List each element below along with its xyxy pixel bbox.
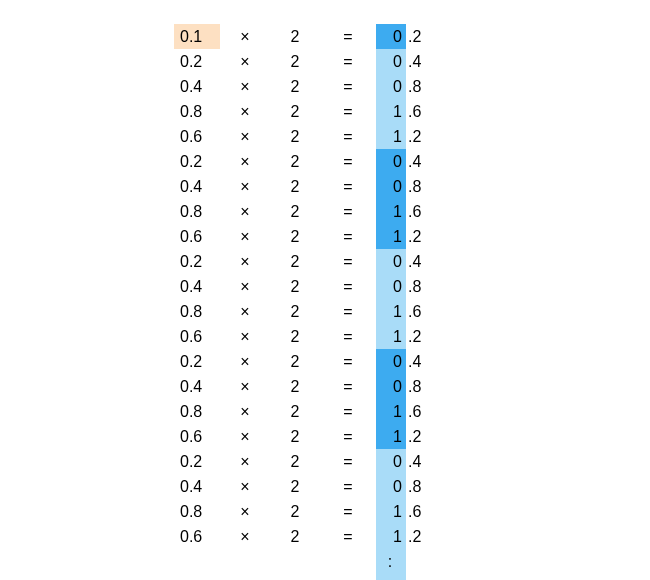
integer-bit-cell: 0	[376, 49, 406, 74]
integer-bit-cell: 1	[376, 524, 406, 549]
times-symbol: ×	[220, 374, 270, 399]
times-symbol: ×	[220, 424, 270, 449]
fraction-cell: .2	[406, 524, 446, 549]
times-symbol: ×	[220, 199, 270, 224]
fraction-cell: .4	[406, 249, 446, 274]
integer-bit-cell: 1	[376, 499, 406, 524]
table-row: 0.6×2=1.2	[174, 224, 446, 249]
equals-symbol: =	[320, 199, 376, 224]
integer-bit-cell: 0	[376, 349, 406, 374]
integer-bit-cell: 1	[376, 399, 406, 424]
times-symbol: ×	[220, 474, 270, 499]
table-row: 0.8×2=1.6	[174, 299, 446, 324]
operand-cell: 0.2	[174, 349, 220, 374]
equals-symbol: =	[320, 149, 376, 174]
multiplier-cell: 2	[270, 524, 320, 549]
equals-symbol: =	[320, 124, 376, 149]
operand-cell: 0.2	[174, 149, 220, 174]
fraction-cell: .2	[406, 324, 446, 349]
operand-cell: 0.2	[174, 49, 220, 74]
fraction-cell: .8	[406, 474, 446, 499]
equals-symbol: =	[320, 249, 376, 274]
operand-cell: 0.4	[174, 474, 220, 499]
multiplier-cell: 2	[270, 224, 320, 249]
table-row: 0.8×2=1.6	[174, 99, 446, 124]
integer-bit-cell: 1	[376, 299, 406, 324]
empty-cell	[270, 574, 320, 580]
equals-symbol: =	[320, 224, 376, 249]
integer-bit-cell: 0	[376, 24, 406, 49]
fraction-cell: .4	[406, 49, 446, 74]
table-row: 0.2×2=0.4	[174, 149, 446, 174]
fraction-cell: .8	[406, 374, 446, 399]
table-row: 0.2×2=0.4	[174, 249, 446, 274]
operand-cell: 0.1	[174, 24, 220, 49]
fraction-cell: .6	[406, 299, 446, 324]
fraction-cell: .2	[406, 424, 446, 449]
equals-symbol: =	[320, 399, 376, 424]
fraction-cell: .6	[406, 499, 446, 524]
binary-fraction-table: 0.1×2=0.20.2×2=0.40.4×2=0.80.8×2=1.60.6×…	[174, 24, 446, 580]
times-symbol: ×	[220, 449, 270, 474]
times-symbol: ×	[220, 149, 270, 174]
table-row: 0.6×2=1.2	[174, 424, 446, 449]
integer-bit-cell: 0	[376, 249, 406, 274]
fraction-cell: .2	[406, 24, 446, 49]
times-symbol: ×	[220, 74, 270, 99]
fraction-cell: .4	[406, 449, 446, 474]
empty-cell	[270, 549, 320, 574]
fraction-cell: .2	[406, 224, 446, 249]
equals-symbol: =	[320, 174, 376, 199]
times-symbol: ×	[220, 24, 270, 49]
multiplier-cell: 2	[270, 199, 320, 224]
empty-cell	[406, 549, 446, 574]
empty-cell	[220, 574, 270, 580]
multiplier-cell: 2	[270, 424, 320, 449]
operand-cell: 0.8	[174, 299, 220, 324]
equals-symbol: =	[320, 424, 376, 449]
integer-bit-cell: 0	[376, 374, 406, 399]
equals-symbol: =	[320, 349, 376, 374]
operand-cell: 0.8	[174, 199, 220, 224]
operand-cell: 0.8	[174, 499, 220, 524]
operand-cell: 0.8	[174, 99, 220, 124]
equals-symbol: =	[320, 24, 376, 49]
empty-cell	[174, 549, 220, 574]
fraction-cell: .6	[406, 399, 446, 424]
integer-bit-cell: 1	[376, 124, 406, 149]
operand-cell: 0.6	[174, 124, 220, 149]
table-row: 0.4×2=0.8	[174, 274, 446, 299]
integer-bit-cell: 0	[376, 274, 406, 299]
empty-cell	[320, 574, 376, 580]
multiplier-cell: 2	[270, 49, 320, 74]
operand-cell: 0.6	[174, 524, 220, 549]
operand-cell: 0.8	[174, 399, 220, 424]
multiplier-cell: 2	[270, 149, 320, 174]
table-row: 0.8×2=1.6	[174, 499, 446, 524]
times-symbol: ×	[220, 399, 270, 424]
table-row: 0.8×2=1.6	[174, 399, 446, 424]
equals-symbol: =	[320, 299, 376, 324]
table-row: 0.6×2=1.2	[174, 324, 446, 349]
equals-symbol: =	[320, 499, 376, 524]
table-row: 0.2×2=0.4	[174, 349, 446, 374]
operand-cell: 0.2	[174, 249, 220, 274]
integer-bit-cell: 1	[376, 224, 406, 249]
continuation-row: :	[174, 574, 446, 580]
integer-bit-cell: 0	[376, 149, 406, 174]
times-symbol: ×	[220, 49, 270, 74]
equals-symbol: =	[320, 324, 376, 349]
times-symbol: ×	[220, 224, 270, 249]
fraction-cell: .6	[406, 99, 446, 124]
multiplier-cell: 2	[270, 99, 320, 124]
operand-cell: 0.2	[174, 449, 220, 474]
equals-symbol: =	[320, 374, 376, 399]
times-symbol: ×	[220, 324, 270, 349]
times-symbol: ×	[220, 249, 270, 274]
operand-cell: 0.6	[174, 424, 220, 449]
table-row: 0.2×2=0.4	[174, 449, 446, 474]
table-row: 0.2×2=0.4	[174, 49, 446, 74]
continuation-dots: :	[376, 574, 406, 580]
multiplier-cell: 2	[270, 349, 320, 374]
equals-symbol: =	[320, 99, 376, 124]
